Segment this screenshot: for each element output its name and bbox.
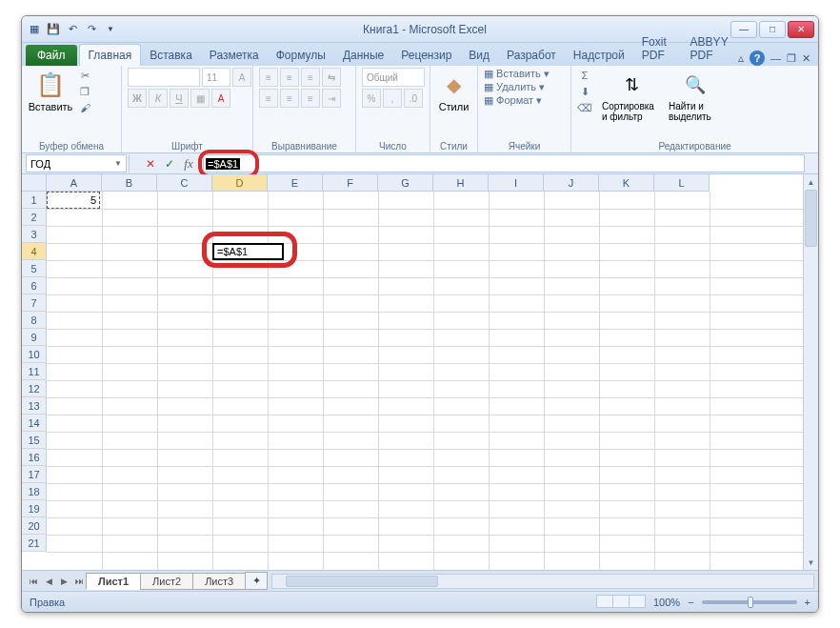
maximize-button[interactable]: □	[759, 21, 786, 38]
row-head-9[interactable]: 9	[22, 329, 47, 346]
find-button[interactable]: 🔍Найти и выделить	[667, 68, 724, 124]
row-head-12[interactable]: 12	[22, 380, 47, 397]
col-head-C[interactable]: C	[157, 174, 212, 192]
zoom-out-button[interactable]: −	[688, 597, 693, 608]
zoom-slider[interactable]	[702, 600, 797, 604]
col-head-J[interactable]: J	[544, 174, 599, 192]
scroll-thumb[interactable]	[805, 190, 817, 247]
col-head-A[interactable]: A	[47, 174, 102, 192]
row-head-15[interactable]: 15	[22, 432, 47, 449]
copy-icon[interactable]: ❐	[77, 84, 92, 99]
row-head-3[interactable]: 3	[22, 226, 47, 243]
fx-icon[interactable]: fx	[180, 155, 197, 172]
name-box[interactable]: ГОД▼	[26, 154, 127, 172]
fill-icon[interactable]: ⬇	[577, 84, 592, 99]
scroll-down-icon[interactable]: ▼	[804, 555, 818, 570]
tab-data[interactable]: Данные	[334, 45, 392, 66]
col-head-H[interactable]: H	[433, 174, 489, 192]
row-head-6[interactable]: 6	[22, 277, 47, 294]
autosum-icon[interactable]: Σ	[577, 68, 592, 83]
view-buttons[interactable]	[597, 595, 646, 610]
redo-icon[interactable]: ↷	[83, 21, 100, 38]
tab-foxit[interactable]: Foxit PDF	[633, 31, 682, 66]
save-icon[interactable]: 💾	[45, 21, 62, 38]
col-head-I[interactable]: I	[489, 174, 544, 192]
row-head-8[interactable]: 8	[22, 312, 47, 329]
tab-abbyy[interactable]: ABBYY PDF	[682, 31, 738, 66]
cell-d4-editing[interactable]: =$A$1	[212, 243, 284, 260]
col-head-F[interactable]: F	[323, 174, 378, 192]
sheet-tab-3[interactable]: Лист3	[192, 573, 246, 590]
tab-formulas[interactable]: Формулы	[268, 45, 334, 66]
sheet-nav-next[interactable]: ▶	[56, 574, 71, 589]
tab-layout[interactable]: Разметка	[201, 45, 268, 66]
select-all-corner[interactable]	[22, 174, 47, 192]
col-head-K[interactable]: K	[599, 174, 654, 192]
delete-cells-button[interactable]: ▦ Удалить ▾	[484, 81, 545, 93]
tab-view[interactable]: Вид	[460, 45, 498, 66]
sort-filter-button[interactable]: ⇅Сортировка и фильтр	[600, 68, 663, 124]
insert-cells-button[interactable]: ▦ Вставить ▾	[484, 68, 550, 80]
zoom-level[interactable]: 100%	[653, 597, 680, 608]
formula-bar[interactable]: =$A$1	[203, 154, 805, 172]
row-head-13[interactable]: 13	[22, 397, 47, 415]
paste-button[interactable]: 📋 Вставить	[28, 68, 73, 114]
file-tab[interactable]: Файл	[26, 45, 77, 66]
tab-insert[interactable]: Вставка	[141, 45, 201, 66]
tab-addins[interactable]: Надстрой	[565, 45, 633, 66]
row-head-7[interactable]: 7	[22, 294, 47, 312]
doc-close-icon[interactable]: ✕	[802, 52, 810, 65]
tab-home[interactable]: Главная	[79, 44, 142, 66]
help-icon[interactable]: ?	[750, 51, 765, 66]
doc-minimize-icon[interactable]: —	[770, 52, 781, 64]
row-head-18[interactable]: 18	[22, 483, 47, 500]
format-painter-icon[interactable]: 🖌	[77, 100, 92, 115]
row-head-1[interactable]: 1	[22, 192, 47, 209]
row-head-5[interactable]: 5	[22, 260, 47, 277]
minimize-ribbon-icon[interactable]: ▵	[738, 51, 744, 65]
col-head-G[interactable]: G	[378, 174, 433, 192]
underline-button[interactable]: Ч	[170, 89, 189, 108]
row-head-14[interactable]: 14	[22, 415, 47, 432]
vertical-scrollbar[interactable]: ▲ ▼	[803, 174, 818, 570]
qat-dropdown-icon[interactable]: ▼	[102, 21, 119, 38]
tab-developer[interactable]: Разработ	[498, 45, 565, 66]
row-head-11[interactable]: 11	[22, 363, 47, 380]
doc-restore-icon[interactable]: ❐	[787, 52, 796, 65]
row-head-21[interactable]: 21	[22, 535, 47, 552]
italic-button[interactable]: К	[149, 89, 168, 108]
cell-a1[interactable]: 5	[47, 192, 100, 209]
sheet-tab-2[interactable]: Лист2	[140, 573, 193, 590]
sheet-nav-prev[interactable]: ◀	[41, 574, 56, 589]
bold-button[interactable]: Ж	[128, 89, 147, 108]
col-head-B[interactable]: B	[102, 174, 157, 192]
zoom-in-button[interactable]: +	[805, 597, 810, 608]
row-head-19[interactable]: 19	[22, 500, 47, 517]
row-head-10[interactable]: 10	[22, 346, 47, 363]
col-head-D[interactable]: D	[212, 174, 268, 192]
scroll-up-icon[interactable]: ▲	[804, 174, 818, 190]
format-cells-button[interactable]: ▦ Формат ▾	[484, 94, 542, 107]
col-head-E[interactable]: E	[268, 174, 323, 192]
sheet-tab-1[interactable]: Лист1	[86, 573, 141, 590]
sheet-nav-last[interactable]: ⏭	[71, 574, 87, 589]
sheet-nav-first[interactable]: ⏮	[26, 574, 41, 589]
col-head-L[interactable]: L	[654, 174, 710, 192]
number-format[interactable]: Общий	[362, 68, 425, 87]
undo-icon[interactable]: ↶	[64, 21, 81, 38]
clear-icon[interactable]: ⌫	[577, 100, 592, 115]
row-head-17[interactable]: 17	[22, 466, 47, 483]
close-button[interactable]: ✕	[788, 21, 814, 38]
row-head-4[interactable]: 4	[22, 243, 47, 260]
row-head-16[interactable]: 16	[22, 449, 47, 466]
tab-review[interactable]: Рецензир	[392, 45, 460, 66]
font-size[interactable]: 11	[202, 68, 230, 87]
row-head-20[interactable]: 20	[22, 517, 47, 535]
cells-area[interactable]: 5 =$A$1	[47, 192, 803, 570]
horizontal-scrollbar[interactable]	[271, 574, 814, 589]
cut-icon[interactable]: ✂	[77, 68, 92, 83]
new-sheet-button[interactable]: ✦	[245, 572, 268, 590]
styles-button[interactable]: ◆Стили	[436, 68, 471, 114]
cancel-formula-icon[interactable]: ✕	[142, 155, 159, 172]
row-head-2[interactable]: 2	[22, 209, 47, 226]
